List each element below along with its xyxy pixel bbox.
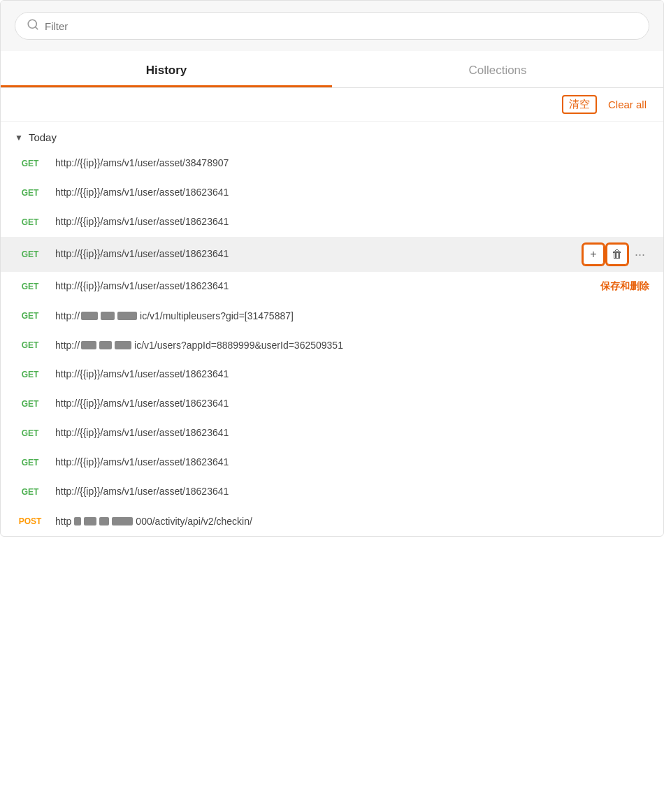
list-item[interactable]: GET http://{{ip}}/ams/v1/user/asset/1862… [1,389,663,419]
url-text: http://ic/v1/users?appId=8889999&userId=… [55,338,649,353]
url-text: http://ic/v1/multipleusers?gid=[31475887… [55,309,294,324]
method-badge: GET [15,487,45,497]
list-item[interactable]: GET http://{{ip}}/ams/v1/user/asset/1862… [1,272,663,301]
url-text: http://{{ip}}/ams/v1/user/asset/38478907 [55,157,649,171]
url-text: http://{{ip}}/ams/v1/user/asset/18623641 [55,215,649,229]
method-badge: GET [15,188,45,198]
url-text: http://{{ip}}/ams/v1/user/asset/18623641 [55,485,649,499]
url-text: http://{{ip}}/ams/v1/user/asset/18623641 [55,186,649,200]
list-item[interactable]: GET http://{{ip}}/ams/v1/user/asset/1862… [1,178,663,208]
list-item[interactable]: GET http://ic/v1/users?appId=8889999&use… [1,331,663,360]
tab-history[interactable]: History [1,51,332,87]
history-list: GET http://{{ip}}/ams/v1/user/asset/3847… [1,149,663,536]
method-badge: GET [15,282,45,291]
method-badge: GET [15,458,45,467]
method-badge: GET [15,217,45,227]
method-badge: GET [15,311,45,321]
list-item[interactable]: GET http://{{ip}}/ams/v1/user/asset/1862… [1,360,663,389]
more-options-button[interactable]: ··· [630,247,649,262]
delete-item-button[interactable]: 🗑 [607,244,628,265]
add-to-collection-button[interactable]: + [583,244,604,265]
url-text: http 000/activity/api/v2/checkin/ [55,514,252,529]
clear-zh-button[interactable]: 清空 [562,95,597,114]
section-label: Today [29,131,57,143]
search-icon [27,18,39,34]
method-badge: GET [15,159,45,168]
method-badge: GET [15,340,45,350]
tabs-bar: History Collections [1,51,663,88]
svg-line-1 [35,27,37,29]
url-text: http://{{ip}}/ams/v1/user/asset/18623641 [55,280,588,293]
list-item-highlighted[interactable]: GET http://{{ip}}/ams/v1/user/asset/1862… [1,237,663,272]
url-text: http://{{ip}}/ams/v1/user/asset/18623641 [55,368,649,382]
list-item[interactable]: GET http://ic/v1/multipleusers?gid=[3147… [1,301,663,331]
trash-icon: 🗑 [612,248,623,261]
annotation-save-delete: 保存和删除 [600,280,649,293]
tab-collections[interactable]: Collections [332,51,663,87]
list-item[interactable]: GET http://{{ip}}/ams/v1/user/asset/3847… [1,149,663,178]
method-badge: GET [15,249,45,259]
filter-input[interactable] [45,20,637,32]
url-text: http://{{ip}}/ams/v1/user/asset/18623641 [55,247,573,261]
list-item[interactable]: GET http://{{ip}}/ams/v1/user/asset/1862… [1,448,663,477]
method-badge: GET [15,428,45,438]
search-input-wrap[interactable] [15,12,649,40]
method-badge: GET [15,399,45,409]
list-item[interactable]: GET http://{{ip}}/ams/v1/user/asset/1862… [1,477,663,507]
chevron-down-icon: ▼ [15,133,23,143]
list-item[interactable]: POST http 000/activity/api/v2/checkin/ [1,507,663,536]
clear-row: 清空 Clear all [1,88,663,122]
item-actions: + 🗑 ··· [583,244,649,265]
search-bar [1,1,663,51]
section-header-today[interactable]: ▼ Today [1,122,663,149]
url-text: http://{{ip}}/ams/v1/user/asset/18623641 [55,426,649,440]
main-container: History Collections 清空 Clear all ▼ Today… [0,0,664,537]
list-item[interactable]: GET http://{{ip}}/ams/v1/user/asset/1862… [1,419,663,448]
method-badge: POST [15,516,45,526]
url-text: http://{{ip}}/ams/v1/user/asset/18623641 [55,456,649,470]
clear-all-button[interactable]: Clear all [608,99,647,110]
list-item[interactable]: GET http://{{ip}}/ams/v1/user/asset/1862… [1,208,663,237]
plus-icon: + [590,248,596,261]
url-text: http://{{ip}}/ams/v1/user/asset/18623641 [55,397,649,411]
method-badge: GET [15,370,45,379]
